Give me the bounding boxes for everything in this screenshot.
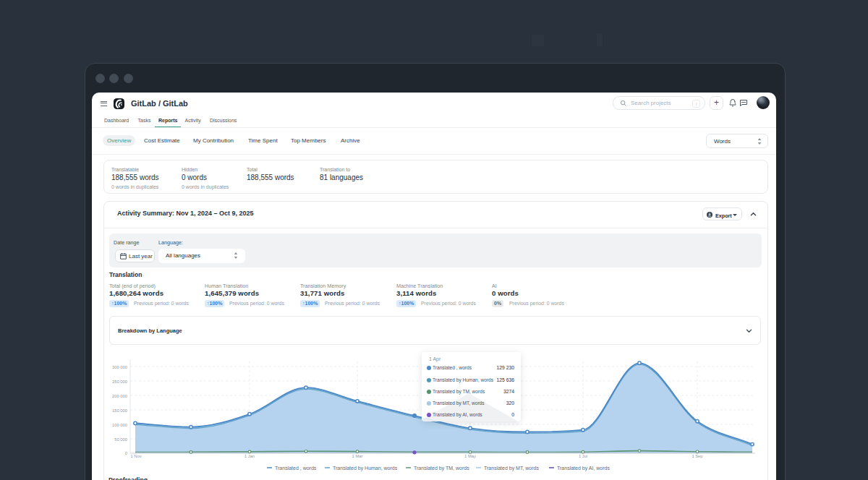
svg-text:250 000: 250 000 <box>112 380 127 384</box>
svg-text:300 000: 300 000 <box>112 365 127 369</box>
svg-text:100 000: 100 000 <box>112 423 127 427</box>
svg-text:1 Sep: 1 Sep <box>692 454 702 458</box>
svg-text:1 Mar: 1 Mar <box>352 454 363 458</box>
svg-text:150 000: 150 000 <box>112 408 127 413</box>
svg-text:Translated by AI, words: Translated by AI, words <box>557 466 610 471</box>
svg-text:1 Jan: 1 Jan <box>244 454 255 458</box>
svg-text:Translated by Human, words: Translated by Human, words <box>333 466 398 471</box>
svg-text:200 000: 200 000 <box>112 394 127 398</box>
svg-text:Proofreading: Proofreading <box>109 476 148 480</box>
svg-text:50 000: 50 000 <box>114 437 127 442</box>
svg-text:1 Nov: 1 Nov <box>130 454 141 458</box>
svg-text:1 May: 1 May <box>464 454 476 458</box>
svg-text:Translated by MT, words: Translated by MT, words <box>484 466 539 471</box>
svg-text:Translated by TM, words: Translated by TM, words <box>414 466 469 471</box>
svg-text:0: 0 <box>125 451 127 455</box>
svg-text:Translated , words: Translated , words <box>275 466 317 471</box>
svg-text:1 Jul: 1 Jul <box>579 454 587 458</box>
